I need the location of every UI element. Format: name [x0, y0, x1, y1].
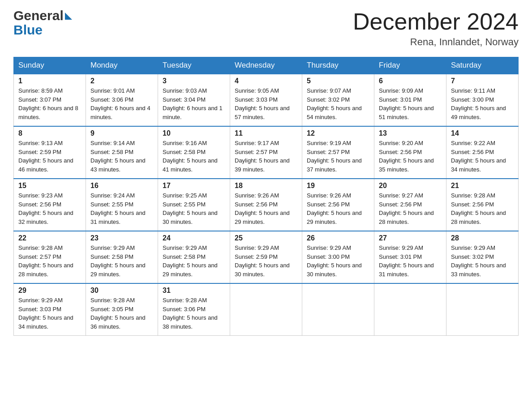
day-info: Sunrise: 9:29 AMSunset: 3:01 PMDaylight:… — [379, 244, 442, 278]
calendar-week-row: 15Sunrise: 9:23 AMSunset: 2:56 PMDayligh… — [14, 179, 519, 231]
day-number: 16 — [90, 182, 153, 190]
calendar-day-cell: 16Sunrise: 9:24 AMSunset: 2:55 PMDayligh… — [86, 179, 158, 231]
day-info: Sunrise: 9:17 AMSunset: 2:57 PMDaylight:… — [235, 139, 297, 174]
day-number: 18 — [235, 182, 297, 190]
day-number: 9 — [90, 129, 153, 137]
day-info: Sunrise: 9:05 AMSunset: 3:03 PMDaylight:… — [235, 86, 297, 121]
day-number: 22 — [18, 234, 81, 242]
calendar-day-cell: 13Sunrise: 9:20 AMSunset: 2:56 PMDayligh… — [374, 126, 446, 179]
logo-blue-text: Blue — [13, 23, 72, 37]
day-number: 20 — [379, 182, 442, 190]
calendar-day-cell: 21Sunrise: 9:28 AMSunset: 2:56 PMDayligh… — [446, 179, 519, 231]
calendar-day-cell: 24Sunrise: 9:29 AMSunset: 2:58 PMDayligh… — [158, 231, 230, 283]
day-number: 13 — [379, 129, 442, 137]
location-subtitle: Rena, Innlandet, Norway — [353, 36, 519, 48]
day-info: Sunrise: 9:11 AMSunset: 3:00 PMDaylight:… — [451, 86, 514, 121]
calendar-day-cell: 23Sunrise: 9:29 AMSunset: 2:58 PMDayligh… — [86, 231, 158, 283]
day-number: 12 — [307, 129, 369, 137]
calendar-day-header-friday: Friday — [374, 57, 446, 74]
day-info: Sunrise: 9:16 AMSunset: 2:58 PMDaylight:… — [163, 139, 225, 174]
calendar-day-cell: 30Sunrise: 9:28 AMSunset: 3:05 PMDayligh… — [86, 283, 158, 336]
calendar-day-cell: 7Sunrise: 9:11 AMSunset: 3:00 PMDaylight… — [446, 74, 519, 126]
day-info: Sunrise: 9:03 AMSunset: 3:04 PMDaylight:… — [163, 86, 225, 121]
day-number: 1 — [18, 77, 81, 85]
day-info: Sunrise: 9:13 AMSunset: 2:59 PMDaylight:… — [18, 139, 81, 174]
calendar-day-cell: 10Sunrise: 9:16 AMSunset: 2:58 PMDayligh… — [158, 126, 230, 179]
calendar-day-cell: 22Sunrise: 9:28 AMSunset: 2:57 PMDayligh… — [14, 231, 86, 283]
calendar-day-cell: 11Sunrise: 9:17 AMSunset: 2:57 PMDayligh… — [230, 126, 302, 179]
calendar-day-cell: 14Sunrise: 9:22 AMSunset: 2:56 PMDayligh… — [446, 126, 519, 179]
logo-triangle-icon — [65, 13, 72, 20]
empty-cell — [230, 283, 302, 336]
empty-cell — [374, 283, 446, 336]
calendar-day-cell: 6Sunrise: 9:09 AMSunset: 3:01 PMDaylight… — [374, 74, 446, 126]
day-number: 2 — [90, 77, 153, 85]
day-number: 8 — [18, 129, 81, 137]
calendar-day-cell: 15Sunrise: 9:23 AMSunset: 2:56 PMDayligh… — [14, 179, 86, 231]
day-info: Sunrise: 9:14 AMSunset: 2:58 PMDaylight:… — [90, 139, 153, 174]
calendar-day-cell: 3Sunrise: 9:03 AMSunset: 3:04 PMDaylight… — [158, 74, 230, 126]
day-info: Sunrise: 9:29 AMSunset: 2:58 PMDaylight:… — [163, 244, 225, 278]
day-info: Sunrise: 9:29 AMSunset: 3:03 PMDaylight:… — [18, 296, 81, 331]
calendar-day-cell: 4Sunrise: 9:05 AMSunset: 3:03 PMDaylight… — [230, 74, 302, 126]
day-info: Sunrise: 9:09 AMSunset: 3:01 PMDaylight:… — [379, 86, 442, 121]
day-number: 14 — [451, 129, 514, 137]
day-number: 3 — [163, 77, 225, 85]
day-info: Sunrise: 9:20 AMSunset: 2:56 PMDaylight:… — [379, 139, 442, 174]
day-number: 17 — [163, 182, 225, 190]
day-info: Sunrise: 9:28 AMSunset: 3:05 PMDaylight:… — [90, 296, 153, 331]
calendar-day-header-wednesday: Wednesday — [230, 57, 302, 74]
logo-general-text: General — [13, 9, 64, 22]
calendar-day-cell: 31Sunrise: 9:28 AMSunset: 3:06 PMDayligh… — [158, 283, 230, 336]
day-number: 10 — [163, 129, 225, 137]
calendar-week-row: 8Sunrise: 9:13 AMSunset: 2:59 PMDaylight… — [14, 126, 519, 179]
day-info: Sunrise: 9:25 AMSunset: 2:55 PMDaylight:… — [163, 191, 225, 226]
day-number: 29 — [18, 287, 81, 295]
title-area: December 2024 Rena, Innlandet, Norway — [353, 9, 519, 48]
day-info: Sunrise: 9:29 AMSunset: 2:59 PMDaylight:… — [235, 244, 297, 278]
day-number: 23 — [90, 234, 153, 242]
calendar-header-row: SundayMondayTuesdayWednesdayThursdayFrid… — [14, 57, 519, 74]
day-info: Sunrise: 9:29 AMSunset: 2:58 PMDaylight:… — [90, 244, 153, 278]
day-number: 5 — [307, 77, 369, 85]
day-info: Sunrise: 8:59 AMSunset: 3:07 PMDaylight:… — [18, 86, 81, 121]
day-number: 27 — [379, 234, 442, 242]
calendar-week-row: 29Sunrise: 9:29 AMSunset: 3:03 PMDayligh… — [14, 283, 519, 336]
logo: General Blue — [13, 9, 72, 37]
day-info: Sunrise: 9:27 AMSunset: 2:56 PMDaylight:… — [379, 191, 442, 226]
calendar-day-cell: 25Sunrise: 9:29 AMSunset: 2:59 PMDayligh… — [230, 231, 302, 283]
calendar-day-cell: 5Sunrise: 9:07 AMSunset: 3:02 PMDaylight… — [302, 74, 374, 126]
calendar-day-cell: 12Sunrise: 9:19 AMSunset: 2:57 PMDayligh… — [302, 126, 374, 179]
calendar-day-cell: 9Sunrise: 9:14 AMSunset: 2:58 PMDaylight… — [86, 126, 158, 179]
calendar-day-header-monday: Monday — [86, 57, 158, 74]
day-info: Sunrise: 9:26 AMSunset: 2:56 PMDaylight:… — [235, 191, 297, 226]
day-info: Sunrise: 9:24 AMSunset: 2:55 PMDaylight:… — [90, 191, 153, 226]
calendar-day-header-sunday: Sunday — [14, 57, 86, 74]
day-info: Sunrise: 9:19 AMSunset: 2:57 PMDaylight:… — [307, 139, 369, 174]
calendar-day-cell: 1Sunrise: 8:59 AMSunset: 3:07 PMDaylight… — [14, 74, 86, 126]
calendar-day-cell: 18Sunrise: 9:26 AMSunset: 2:56 PMDayligh… — [230, 179, 302, 231]
day-info: Sunrise: 9:01 AMSunset: 3:06 PMDaylight:… — [90, 86, 153, 121]
day-info: Sunrise: 9:22 AMSunset: 2:56 PMDaylight:… — [451, 139, 514, 174]
day-number: 21 — [451, 182, 514, 190]
day-number: 28 — [451, 234, 514, 242]
day-number: 6 — [379, 77, 442, 85]
calendar-day-cell: 19Sunrise: 9:26 AMSunset: 2:56 PMDayligh… — [302, 179, 374, 231]
calendar-day-cell: 20Sunrise: 9:27 AMSunset: 2:56 PMDayligh… — [374, 179, 446, 231]
day-info: Sunrise: 9:28 AMSunset: 2:57 PMDaylight:… — [18, 244, 81, 278]
day-number: 26 — [307, 234, 369, 242]
day-number: 19 — [307, 182, 369, 190]
day-number: 25 — [235, 234, 297, 242]
empty-cell — [302, 283, 374, 336]
calendar-day-cell: 28Sunrise: 9:29 AMSunset: 3:02 PMDayligh… — [446, 231, 519, 283]
day-info: Sunrise: 9:28 AMSunset: 3:06 PMDaylight:… — [163, 296, 225, 331]
calendar-week-row: 1Sunrise: 8:59 AMSunset: 3:07 PMDaylight… — [14, 74, 519, 126]
day-number: 11 — [235, 129, 297, 137]
calendar-day-cell: 29Sunrise: 9:29 AMSunset: 3:03 PMDayligh… — [14, 283, 86, 336]
calendar-day-cell: 2Sunrise: 9:01 AMSunset: 3:06 PMDaylight… — [86, 74, 158, 126]
calendar-day-cell: 17Sunrise: 9:25 AMSunset: 2:55 PMDayligh… — [158, 179, 230, 231]
day-number: 4 — [235, 77, 297, 85]
day-info: Sunrise: 9:29 AMSunset: 3:00 PMDaylight:… — [307, 244, 369, 278]
calendar-day-cell: 27Sunrise: 9:29 AMSunset: 3:01 PMDayligh… — [374, 231, 446, 283]
month-title: December 2024 — [353, 9, 519, 34]
